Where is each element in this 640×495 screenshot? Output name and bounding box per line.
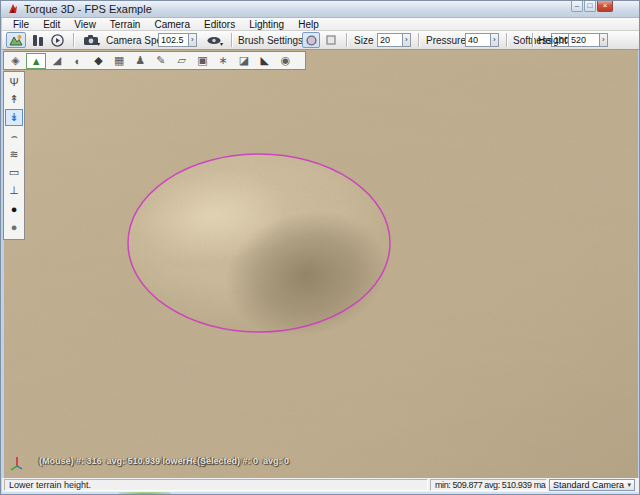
mountain-sun-icon bbox=[9, 34, 23, 46]
menu-help[interactable]: Help bbox=[291, 18, 326, 31]
tool-smooth[interactable]: ⌢ bbox=[5, 128, 23, 145]
pressure-spinner[interactable]: › bbox=[491, 33, 499, 47]
play-icon bbox=[51, 34, 64, 47]
height-spinner[interactable]: › bbox=[600, 33, 609, 47]
visibility-menu-button[interactable]: ▾ bbox=[203, 32, 225, 48]
world-axis-gizmo-icon bbox=[9, 454, 25, 474]
camera-mode-value: Standard Camera bbox=[553, 480, 624, 490]
tool-decal-eraser[interactable]: ◪ bbox=[234, 53, 254, 69]
tool-gui-editor[interactable]: ▣ bbox=[192, 53, 212, 69]
maximize-button[interactable]: □ bbox=[584, 1, 596, 12]
tool-particle-editor[interactable]: ✎ bbox=[151, 53, 171, 69]
square-brush-button[interactable] bbox=[322, 32, 340, 48]
tool-mission-area-editor[interactable]: ▱ bbox=[172, 53, 192, 69]
play-button[interactable] bbox=[49, 32, 66, 48]
terrain-height-stats: min: 509.877 avg: 510.939 max: 511 bbox=[430, 479, 547, 491]
camera-dropdown-tick-icon: ▾ bbox=[97, 42, 100, 46]
menu-view[interactable]: View bbox=[67, 18, 103, 31]
mouse-stats-overlay: (Mouse) #: 316 avg: 510.939 lowerHeight bbox=[39, 456, 214, 466]
menu-editors[interactable]: Editors bbox=[197, 18, 242, 31]
toolbar-separator bbox=[231, 33, 232, 47]
titlebar: Torque 3D - FPS Example – □ × bbox=[1, 1, 640, 18]
tool-raise-height[interactable]: ↟ bbox=[5, 91, 23, 108]
close-button[interactable]: × bbox=[597, 1, 613, 12]
minimize-button[interactable]: – bbox=[571, 1, 583, 12]
status-message: Lower terrain height. bbox=[4, 479, 428, 491]
tool-clear-terrain[interactable]: ● bbox=[5, 200, 23, 217]
camera-icon bbox=[84, 35, 98, 45]
pressure-label: Pressure bbox=[426, 31, 466, 50]
torque-logo-icon bbox=[7, 3, 19, 15]
circle-brush-icon bbox=[306, 35, 317, 46]
height-label: Height bbox=[538, 31, 567, 50]
camera-mode-dropdown[interactable]: Standard Camera ▾ bbox=[549, 479, 635, 491]
tool-navigation-editor[interactable]: ◉ bbox=[276, 53, 296, 69]
camera-menu-button[interactable]: ▾ bbox=[80, 32, 102, 48]
pressure-input[interactable] bbox=[465, 33, 491, 47]
height-field-group: › bbox=[568, 33, 608, 47]
menubar: FileEditViewTerrainCameraEditorsLighting… bbox=[2, 18, 640, 31]
selected-stats-overlay: (Selected) #: 0 avg: 0 bbox=[197, 456, 289, 466]
camera-speed-input[interactable] bbox=[158, 33, 189, 47]
tool-object-editor[interactable]: ◈ bbox=[5, 53, 25, 69]
toolbar-separator bbox=[532, 33, 533, 47]
editor-tool-palette: ◈▲◢◐◆▦♟✎▱▣∗◪◣◉ bbox=[3, 51, 306, 70]
eye-icon bbox=[207, 36, 221, 45]
circle-brush-button[interactable] bbox=[302, 32, 320, 48]
viewport[interactable]: (Mouse) #: 316 avg: 510.939 lowerHeight … bbox=[4, 50, 638, 478]
caption-buttons: – □ × bbox=[570, 1, 613, 12]
menu-terrain[interactable]: Terrain bbox=[103, 18, 148, 31]
toolbar-separator bbox=[73, 33, 74, 47]
tool-road-editor[interactable]: ◣ bbox=[255, 53, 275, 69]
world-editor-button[interactable] bbox=[6, 32, 26, 48]
size-spinner[interactable]: › bbox=[403, 33, 411, 47]
object-blocks-icon bbox=[33, 35, 43, 46]
tool-set-height[interactable]: ⊥ bbox=[5, 182, 23, 199]
tool-lower-height[interactable]: ↡ bbox=[5, 109, 23, 126]
menu-file[interactable]: File bbox=[6, 18, 36, 31]
toolbar-separator bbox=[418, 33, 419, 47]
menu-lighting[interactable]: Lighting bbox=[242, 18, 291, 31]
toolbar-separator bbox=[346, 33, 347, 47]
tool-restore-terrain[interactable]: ● bbox=[5, 219, 23, 236]
dropdown-arrow-icon: ▾ bbox=[627, 480, 631, 490]
menu-edit[interactable]: Edit bbox=[36, 18, 67, 31]
tool-terrain-editor[interactable]: ▲ bbox=[26, 53, 46, 69]
size-field-group: › bbox=[377, 33, 411, 47]
terrain-brush-palette: Ψ↟↡⌢≋▭⊥●● bbox=[3, 71, 25, 240]
tool-forest-editor[interactable]: ∗ bbox=[213, 53, 233, 69]
terrain-render bbox=[4, 50, 638, 478]
size-label: Size bbox=[354, 31, 373, 50]
square-brush-icon bbox=[326, 35, 336, 45]
camera-speed-spinner[interactable]: › bbox=[189, 33, 197, 47]
tool-decal-editor[interactable]: ▦ bbox=[109, 53, 129, 69]
tool-grab-terrain[interactable]: Ψ bbox=[5, 73, 23, 90]
menu-camera[interactable]: Camera bbox=[147, 18, 197, 31]
window-title: Torque 3D - FPS Example bbox=[24, 1, 152, 18]
camera-speed-field-group: › bbox=[158, 33, 197, 47]
size-input[interactable] bbox=[377, 33, 403, 47]
height-input[interactable] bbox=[568, 33, 600, 47]
visibility-dropdown-tick-icon: ▾ bbox=[220, 42, 223, 46]
pressure-field-group: › bbox=[465, 33, 499, 47]
tool-paint-noise[interactable]: ≋ bbox=[5, 146, 23, 163]
tool-flatten[interactable]: ▭ bbox=[5, 164, 23, 181]
tool-material-editor[interactable]: ◐ bbox=[68, 53, 88, 69]
statusbar: Lower terrain height. min: 509.877 avg: … bbox=[2, 478, 640, 492]
tool-datablock-editor[interactable]: ♟ bbox=[130, 53, 150, 69]
torque3d-window: Torque 3D - FPS Example – □ × FileEditVi… bbox=[0, 0, 640, 495]
toolbar-separator bbox=[506, 33, 507, 47]
main-toolbar: ▾ Camera Speed › ▾ Brush Settings bbox=[2, 31, 640, 50]
game-objects-button[interactable] bbox=[29, 32, 46, 48]
brush-settings-label: Brush Settings bbox=[238, 31, 303, 50]
tool-terrain-painter[interactable]: ◢ bbox=[47, 53, 67, 69]
tool-sketch-tool[interactable]: ◆ bbox=[89, 53, 109, 69]
